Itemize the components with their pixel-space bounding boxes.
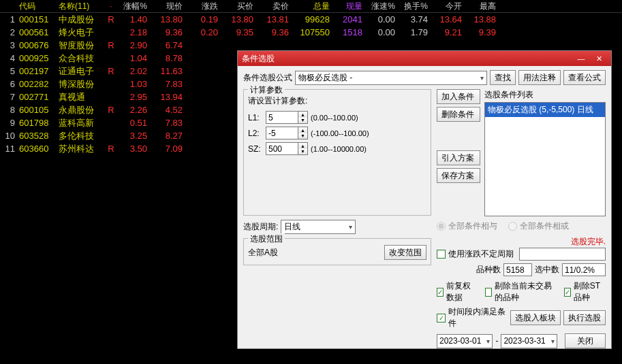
- minimize-icon[interactable]: —: [573, 53, 589, 64]
- formula-label: 条件选股公式: [243, 72, 292, 84]
- table-row[interactable]: 1 000151 中成股份 R 1.40 13.80 0.19 13.80 13…: [0, 13, 622, 26]
- date-to[interactable]: 2023-03-31: [501, 334, 557, 348]
- l1-spinner[interactable]: ▲▼: [266, 111, 308, 124]
- save-plan-button[interactable]: 保存方案: [437, 168, 480, 183]
- fq-checkbox[interactable]: ✓: [437, 288, 444, 297]
- calc-legend: 计算参数: [248, 84, 285, 96]
- l2-spinner[interactable]: ▲▼: [266, 127, 308, 139]
- change-scope-button[interactable]: 改变范围: [384, 245, 426, 260]
- close-button[interactable]: 关闭: [565, 333, 606, 348]
- sz-spinner[interactable]: ▲▼: [266, 142, 308, 155]
- into-board-button[interactable]: 选股入板块: [510, 310, 561, 325]
- col-code[interactable]: 代码: [19, 1, 59, 12]
- timerange-checkbox[interactable]: ✓: [437, 314, 446, 322]
- col-high[interactable]: 最高: [466, 1, 500, 12]
- calc-hint: 请设置计算参数:: [248, 95, 426, 107]
- add-condition-button[interactable]: 加入条件: [437, 89, 480, 104]
- col-chg[interactable]: 涨跌: [187, 1, 222, 12]
- close-icon[interactable]: ✕: [591, 53, 607, 64]
- radio-and[interactable]: 全部条件相与: [437, 220, 497, 232]
- hit-field: 11/0.2%: [562, 263, 606, 276]
- scope-legend: 选股范围: [248, 233, 285, 245]
- col-turn[interactable]: 换手%: [399, 1, 432, 12]
- view-formula-button[interactable]: 查看公式: [563, 70, 606, 85]
- period-label: 选股周期:: [243, 221, 278, 233]
- dialog-title: 条件选股: [242, 53, 275, 65]
- execute-button[interactable]: 执行选股: [563, 310, 606, 325]
- remove-notrade-checkbox[interactable]: [485, 288, 492, 297]
- col-bid[interactable]: 买价: [222, 1, 258, 12]
- status-done: 选股完毕.: [437, 236, 606, 248]
- col-ask[interactable]: 卖价: [258, 1, 293, 12]
- col-open[interactable]: 今开: [432, 1, 466, 12]
- table-row[interactable]: 2 000561 烽火电子 2.18 9.36 0.20 9.35 9.36 1…: [0, 26, 622, 39]
- dialog-titlebar[interactable]: 条件选股 — ✕: [238, 51, 611, 66]
- scope-value: 全部A股: [248, 247, 278, 259]
- col-cur[interactable]: 现量: [334, 1, 367, 12]
- usage-button[interactable]: 用法注释: [518, 70, 561, 85]
- col-vol[interactable]: 总量: [293, 1, 334, 12]
- condition-list-label: 选股条件列表: [484, 89, 606, 101]
- date-from[interactable]: 2023-03-01: [437, 334, 493, 348]
- delete-condition-button[interactable]: 删除条件: [437, 107, 480, 122]
- list-item[interactable]: 物极必反选股 (5,-5,500) 日线: [485, 103, 605, 117]
- period-combo[interactable]: 日线: [281, 220, 356, 234]
- col-name[interactable]: 名称(11): [59, 1, 106, 12]
- condition-dialog: 条件选股 — ✕ 条件选股公式 物极必反选股 - 查找 用法注释 查看公式 计算…: [237, 50, 612, 349]
- load-plan-button[interactable]: 引入方案: [437, 150, 480, 165]
- condition-list[interactable]: 物极必反选股 (5,-5,500) 日线: [484, 102, 606, 216]
- col-spd[interactable]: 涨速%: [367, 1, 399, 12]
- radio-or[interactable]: 全部条件相或: [508, 220, 569, 232]
- grid-header: 代码 名称(11) · 涨幅% 现价 涨跌 买价 卖价 总量 现量 涨速% 换手…: [0, 0, 622, 13]
- uncertain-checkbox[interactable]: [437, 250, 446, 259]
- find-button[interactable]: 查找: [490, 70, 516, 85]
- uncertain-input[interactable]: [519, 248, 606, 261]
- remove-st-checkbox[interactable]: ✓: [564, 288, 571, 297]
- col-price[interactable]: 现价: [151, 1, 187, 12]
- formula-combo[interactable]: 物极必反选股 -: [295, 71, 487, 85]
- col-pct[interactable]: 涨幅%: [116, 1, 151, 12]
- count-field: 5158: [503, 263, 532, 276]
